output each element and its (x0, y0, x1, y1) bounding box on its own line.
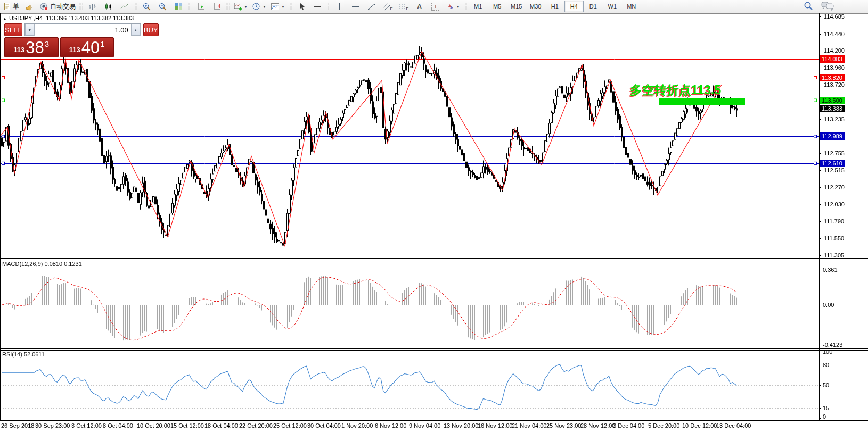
chart-title: ▲USDJPY-,H4 113.396 113.403 113.382 113.… (3, 15, 134, 21)
date-label: 21 Nov 04:00 (512, 422, 546, 429)
indicators-button[interactable]: ▼ (231, 1, 250, 13)
horn-icon (25, 2, 34, 11)
sell-button[interactable]: SELL (4, 23, 22, 36)
crosshair-icon (313, 2, 322, 11)
auto-scroll-button[interactable] (193, 1, 209, 13)
arrows-icon (446, 2, 455, 11)
date-label: 16 Nov 12:00 (478, 422, 512, 429)
timeframe-button-D1[interactable]: D1 (584, 1, 603, 12)
price-level-badge: 113.500 (820, 97, 845, 104)
auto-scroll-icon (196, 2, 206, 11)
toolbar-right-group (803, 1, 835, 11)
line-chart-button[interactable] (116, 1, 132, 13)
periods-button[interactable]: ▼ (250, 1, 268, 13)
macd-tick-label: 0.361 (823, 267, 838, 273)
news-horn-button[interactable] (21, 1, 37, 13)
price-tick-label: 113.720 (824, 81, 845, 88)
timeframe-button-M15[interactable]: M15 (507, 1, 526, 12)
crosshair-button[interactable] (309, 1, 325, 13)
price-level-badge: 112.610 (820, 160, 845, 167)
sell-button-label: SELL (5, 26, 22, 34)
vertical-line-button[interactable] (332, 1, 348, 13)
tile-windows-button[interactable] (170, 1, 186, 13)
chart-canvas[interactable] (0, 0, 868, 432)
date-label: 3 Dec 04:00 (613, 422, 644, 429)
date-label: 10 Dec 12:00 (682, 422, 717, 429)
date-label: 13 Dec 04:00 (716, 422, 751, 429)
price-tick-label: 111.790 (824, 218, 844, 225)
timeframe-button-M1[interactable]: M1 (469, 1, 488, 12)
date-label: 5 Dec 20:00 (648, 422, 679, 429)
volume-decrease-button[interactable]: ▼ (25, 24, 35, 36)
text-button[interactable]: A (412, 1, 428, 13)
autotrade-button[interactable]: 自动交易 (37, 1, 78, 13)
timeframe-button-M30[interactable]: M30 (526, 1, 545, 12)
arrows-button[interactable]: ▼ (444, 1, 462, 13)
sell-price-display[interactable]: 113383 (4, 37, 59, 57)
arrows-dropdown-caret[interactable]: ▼ (456, 5, 460, 9)
date-label: 18 Oct 04:00 (204, 422, 238, 429)
timeframe-button-M5[interactable]: M5 (488, 1, 507, 12)
cursor-button[interactable] (293, 1, 309, 13)
volume-increase-button[interactable]: ▲ (131, 24, 141, 36)
new-order-button[interactable]: 单 (1, 1, 21, 13)
date-label: 9 Nov 04:00 (409, 422, 440, 429)
text-icon: A (417, 3, 422, 11)
buy-price-display[interactable]: 113401 (60, 37, 114, 57)
trendline-icon (367, 2, 376, 11)
indicators-dropdown-caret[interactable]: ▼ (244, 5, 248, 9)
timeframe-button-MN[interactable]: MN (622, 1, 641, 12)
toolbar-separator (289, 2, 292, 11)
zoom-out-button[interactable] (154, 1, 170, 13)
zoom-in-button[interactable] (138, 1, 154, 13)
chart-shift-button[interactable] (209, 1, 225, 13)
one-click-trading-panel: SELL ▼ ▲ BUY 113383 113401 (4, 23, 114, 57)
price-tick-label: 112.030 (824, 201, 845, 207)
mt4-window: 单 自动交易 (0, 0, 868, 432)
periods-dropdown-caret[interactable]: ▼ (263, 5, 266, 9)
candlestick-chart-button[interactable] (100, 1, 116, 13)
tile-windows-icon (174, 2, 183, 11)
search-icon[interactable] (803, 1, 814, 11)
templates-button[interactable]: ▼ (268, 1, 287, 13)
date-label: 30 Sep 23:00 (35, 422, 70, 429)
rsi-tick-label: 0 (823, 413, 826, 420)
new-order-label: 单 (13, 2, 19, 11)
templates-dropdown-caret[interactable]: ▼ (281, 5, 285, 9)
buy-price-pips: 40 (81, 39, 100, 56)
clock-icon (252, 2, 261, 11)
text-label-button[interactable]: T (428, 1, 444, 13)
bar-chart-icon (88, 2, 97, 11)
cursor-icon (297, 2, 306, 11)
chat-icon[interactable] (821, 1, 835, 11)
fibonacci-button[interactable]: F (396, 1, 412, 13)
new-order-icon (3, 2, 11, 11)
price-tick-label: 114.440 (824, 31, 845, 37)
text-label-icon: T (431, 3, 439, 11)
timeframe-button-H4[interactable]: H4 (564, 1, 584, 12)
date-label: 25 Oct 12:00 (273, 422, 307, 429)
channel-letter: E (390, 6, 392, 11)
macd-tick-label: 0.00 (823, 302, 834, 308)
date-label: 15 Oct 12:00 (170, 422, 204, 429)
date-label: 3 Oct 12:00 (71, 422, 102, 429)
volume-input[interactable] (35, 24, 131, 36)
bar-chart-button[interactable] (84, 1, 100, 13)
indicators-icon (233, 2, 242, 11)
timeframe-button-H1[interactable]: H1 (545, 1, 564, 12)
price-tick-label: 112.515 (824, 167, 845, 173)
collapse-arrow-icon[interactable]: ▲ (3, 16, 7, 21)
autotrade-icon (39, 2, 48, 11)
timeframe-button-W1[interactable]: W1 (603, 1, 622, 12)
timeframe-strip: M1M5M15M30H1H4D1W1MN (469, 0, 641, 13)
rsi-tick-label: 15 (823, 405, 829, 411)
channel-button[interactable]: E (380, 1, 396, 13)
horizontal-line-button[interactable] (348, 1, 364, 13)
chart-text-annotation[interactable]: 多空转折点113.5 (630, 82, 721, 98)
buy-button[interactable]: BUY (143, 23, 159, 36)
fibonacci-icon (398, 2, 406, 11)
buy-price-point: 1 (100, 39, 104, 48)
price-tick-label: 111.305 (824, 252, 844, 259)
trendline-button[interactable] (364, 1, 380, 13)
price-tick-label: 112.270 (824, 184, 845, 190)
